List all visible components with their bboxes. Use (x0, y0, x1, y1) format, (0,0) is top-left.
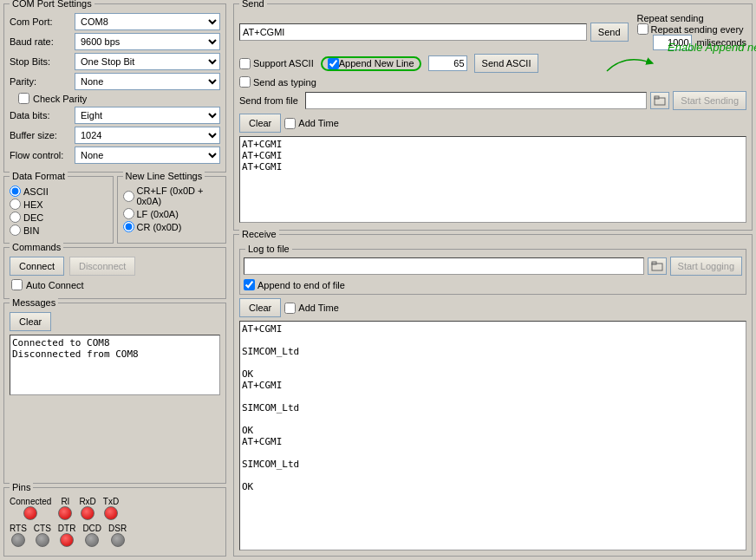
receive-add-time-checkbox[interactable] (284, 303, 296, 314)
messages-clear-button[interactable]: Clear (10, 312, 51, 331)
check-parity-label: Check Parity (33, 94, 87, 104)
pin-txd-led (104, 506, 118, 520)
support-ascii-checkbox[interactable] (239, 58, 251, 69)
append-new-line-highlight: Append New Line (321, 56, 421, 71)
pins-box: Pins Connected RI RxD (3, 487, 226, 557)
data-format-hex-label: HEX (23, 199, 43, 210)
log-file-browse-button[interactable] (648, 257, 667, 275)
newline-cr-radio[interactable] (123, 221, 134, 232)
commands-title: Commands (10, 242, 63, 252)
pin-rts-label: RTS (10, 524, 27, 533)
pin-rts-led (11, 533, 25, 547)
pin-dtr-label: DTR (58, 524, 76, 533)
pins-title: Pins (10, 482, 33, 492)
baud-rate-select[interactable]: 9600 bps (75, 33, 220, 50)
stop-bits-label: Stop Bits: (10, 56, 75, 67)
newline-lf-radio[interactable] (123, 208, 134, 219)
data-bits-label: Data bits: (10, 110, 75, 120)
buffer-size-select[interactable]: 1024 (75, 127, 220, 144)
repeat-ms-input[interactable] (653, 35, 692, 50)
pin-rxd-label: RxD (79, 497, 95, 506)
pin-dsr-led (111, 533, 125, 547)
data-format-hex-radio[interactable] (10, 199, 21, 210)
send-as-typing-checkbox[interactable] (239, 76, 251, 88)
repeat-every-label: Repeat sending every (651, 24, 744, 35)
pin-dcd-label: DCD (82, 524, 101, 533)
send-ascii-button[interactable]: Send ASCII (474, 54, 539, 73)
append-to-file-checkbox[interactable] (244, 279, 255, 290)
log-file-input[interactable] (244, 257, 644, 275)
receive-log-area[interactable]: AT+CGMI SIMCOM_Ltd OK AT+CGMI SIMCOM_Ltd… (239, 321, 746, 550)
parity-label: Parity: (10, 76, 75, 87)
pin-connected-label: Connected (10, 497, 51, 506)
data-format-ascii-label: ASCII (23, 186, 49, 197)
append-to-file-label: Append to end of file (257, 280, 345, 290)
pin-dcd-led (85, 533, 99, 547)
data-format-title: Data Format (10, 171, 68, 181)
newline-crlf-label: CR+LF (0x0D + 0x0A) (137, 186, 221, 206)
data-format-dec-label: DEC (23, 212, 43, 223)
data-format-bin-radio[interactable] (10, 225, 21, 236)
pin-dtr-led (60, 533, 74, 547)
buffer-size-label: Buffer size: (10, 130, 75, 140)
stop-bits-select[interactable]: One Stop Bit (75, 53, 220, 70)
parity-select[interactable]: None (75, 73, 220, 90)
com-port-label: Com Port: (10, 16, 75, 27)
auto-connect-label: Auto Connect (26, 280, 84, 290)
data-format-dec-radio[interactable] (10, 212, 21, 223)
pin-ri-led (58, 506, 72, 520)
receive-clear-button[interactable]: Clear (239, 298, 281, 317)
send-button[interactable]: Send (590, 23, 629, 42)
commands-box: Commands Connect Disconnect Auto Connect (3, 247, 226, 299)
com-port-settings-title: COM Port Settings (10, 0, 94, 9)
ascii-value-input[interactable] (428, 55, 467, 71)
repeat-ms-label: miliseconds (697, 37, 746, 48)
flow-control-select[interactable]: None (75, 147, 220, 164)
send-input[interactable] (239, 23, 587, 41)
disconnect-button[interactable]: Disconnect (69, 257, 135, 276)
new-line-settings-title: New Line Settings (123, 171, 205, 181)
send-box: Send Send Repeat sending Repeat sending … (233, 3, 753, 231)
pin-connected: Connected (10, 497, 51, 520)
append-new-line-checkbox[interactable] (328, 58, 339, 69)
send-as-typing-label: Send as typing (253, 77, 316, 88)
check-parity-checkbox[interactable] (18, 93, 29, 104)
pin-dtr: DTR (58, 524, 76, 547)
com-port-select[interactable]: COM8 (75, 13, 220, 30)
auto-connect-checkbox[interactable] (11, 279, 23, 290)
connect-button[interactable]: Connect (10, 257, 64, 276)
receive-title: Receive (239, 229, 279, 239)
send-file-browse-button[interactable] (650, 92, 669, 109)
log-to-file-section: Log to file Start Logging Append to end … (239, 249, 746, 295)
pin-dsr: DSR (108, 524, 127, 547)
repeat-sending-label: Repeat sending (637, 13, 746, 23)
start-sending-button[interactable]: Start Sending (673, 91, 746, 110)
data-format-box: Data Format ASCII HEX DEC (3, 176, 114, 244)
data-format-bin-label: BIN (23, 225, 39, 236)
send-clear-button[interactable]: Clear (239, 114, 281, 133)
new-line-settings-box: New Line Settings CR+LF (0x0D + 0x0A) LF… (117, 176, 227, 244)
pin-rxd: RxD (79, 497, 95, 520)
repeat-sending-checkbox[interactable] (637, 23, 648, 35)
pin-dsr-label: DSR (108, 524, 127, 533)
data-bits-select[interactable]: Eight (75, 107, 220, 124)
start-logging-button[interactable]: Start Logging (670, 257, 742, 276)
newline-crlf-radio[interactable] (123, 191, 134, 202)
data-format-ascii-radio[interactable] (10, 186, 21, 197)
pin-rxd-led (81, 506, 94, 520)
pin-cts: CTS (34, 524, 51, 547)
send-file-input[interactable] (305, 92, 647, 109)
pin-ri: RI (58, 497, 72, 520)
repeat-section: Repeat sending Repeat sending every mili… (637, 13, 746, 50)
send-log-area[interactable]: AT+CGMI AT+CGMI AT+CGMI (239, 136, 746, 223)
messages-title: Messages (10, 297, 58, 308)
com-port-settings-box: COM Port Settings Com Port: COM8 Baud ra… (3, 3, 226, 173)
send-from-file-label: Send from file (239, 95, 298, 106)
send-add-time-label: Add Time (298, 118, 338, 128)
send-add-time-checkbox[interactable] (284, 118, 296, 129)
receive-box: Receive Log to file Start Logging (233, 234, 753, 557)
messages-box: Messages Clear Connected to COM8 Disconn… (3, 303, 226, 484)
pin-txd-label: TxD (103, 497, 119, 506)
messages-textarea[interactable]: Connected to COM8 Disconnected from COM8 (10, 335, 220, 395)
append-new-line-label: Append New Line (339, 58, 414, 68)
